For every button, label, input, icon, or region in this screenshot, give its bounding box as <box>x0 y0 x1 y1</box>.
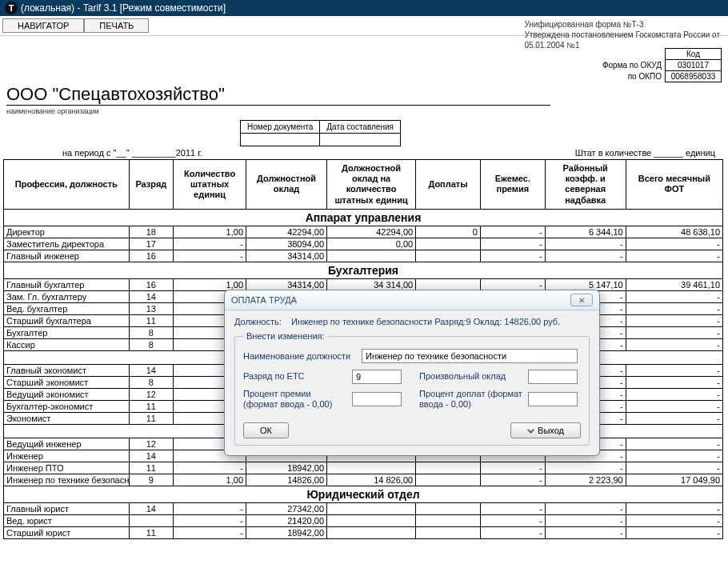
cell-prem: - <box>480 514 545 526</box>
cell-dopl <box>416 502 481 514</box>
razryad-label: Разряд по ЕТС <box>243 371 347 382</box>
cell-prem: - <box>480 526 545 538</box>
exit-button[interactable]: Выход <box>510 422 581 438</box>
cell-koeff: - <box>545 250 626 262</box>
position-label: Должность: <box>234 317 282 326</box>
table-row[interactable]: Инженер ПТО11-18942,00--- <box>4 462 723 474</box>
cell-razr: 8 <box>129 326 174 338</box>
cell-fot: - <box>626 326 722 338</box>
cell-oklad_qty: 42294,00 <box>327 226 416 238</box>
doplaty-percent-input[interactable] <box>528 392 578 406</box>
cell-prem: - <box>480 474 545 486</box>
cell-dopl <box>416 514 481 526</box>
table-row[interactable]: Вед. юрист-21420,00--- <box>4 514 723 526</box>
bonus-percent-input[interactable] <box>352 392 402 406</box>
cell-razr: 14 <box>129 290 174 302</box>
cell-prof: Главный инженер <box>4 250 130 262</box>
table-row[interactable]: Главный инженер16-34314,00--- <box>4 250 723 262</box>
cell-prof: Ведущий экономист <box>4 388 130 400</box>
cell-prem: - <box>480 462 545 474</box>
cell-fot: 39 461,10 <box>626 278 722 290</box>
cell-prem: - <box>480 278 545 290</box>
th-razryad: Разряд <box>129 160 174 210</box>
close-icon[interactable]: ✕ <box>570 294 593 306</box>
cell-oklad: 27342,00 <box>246 502 327 514</box>
cell-oklad_qty <box>327 462 416 474</box>
section-header: Бухгалтерия <box>4 262 723 278</box>
cell-razr: 11 <box>129 462 174 474</box>
table-row[interactable]: Главный юрист14-27342,00--- <box>4 502 723 514</box>
cell-oklad: 42294,00 <box>246 226 327 238</box>
arbitrary-salary-input[interactable] <box>528 370 578 384</box>
ok-button[interactable]: ОК <box>243 422 289 438</box>
dialog-title: ОПЛАТА ТРУДА <box>231 295 297 305</box>
cell-razr: 18 <box>129 226 174 238</box>
cell-razr: 14 <box>129 450 174 462</box>
cell-fot: - <box>626 400 722 412</box>
cell-fot: - <box>626 514 722 526</box>
cell-prem: - <box>480 226 545 238</box>
meta-line2: Утверждена постановлением Госкомстата Ро… <box>524 30 720 40</box>
cell-fot: - <box>626 364 722 376</box>
cell-dopl <box>416 250 481 262</box>
cell-oklad_qty: 34 314,00 <box>327 278 416 290</box>
dialog-titlebar[interactable]: ОПЛАТА ТРУДА ✕ <box>225 290 599 310</box>
table-row[interactable]: Заместитель директора17-38094,000,00--- <box>4 238 723 250</box>
dialog-summary: Должность: Инженер по технике безопаснос… <box>234 317 590 326</box>
cell-fot: - <box>626 302 722 314</box>
cell-razr: 17 <box>129 238 174 250</box>
cell-fot: 48 638,10 <box>626 226 722 238</box>
cell-prof: Экономист <box>4 412 130 424</box>
cell-qty: 1,00 <box>174 226 246 238</box>
cell-prof: Кассир <box>4 338 130 350</box>
cell-oklad: 18942,00 <box>246 462 327 474</box>
cell-fot: - <box>626 438 722 450</box>
razryad-input[interactable] <box>352 370 402 384</box>
cell-prof: Главный юрист <box>4 502 130 514</box>
position-name-input[interactable] <box>362 349 578 363</box>
cell-prof: Заместитель директора <box>4 238 130 250</box>
table-row[interactable]: Главный бухгалтер161,0034314,0034 314,00… <box>4 278 723 290</box>
cell-razr: 14 <box>129 502 174 514</box>
position-name-label: Наименование должности <box>243 351 355 361</box>
cell-prof: Вед. бухгалтер <box>4 302 130 314</box>
table-row[interactable]: Старший юрист11-18942,00--- <box>4 526 723 538</box>
cell-oklad: 38094,00 <box>246 238 327 250</box>
cell-prof: Вед. юрист <box>4 514 130 526</box>
navigator-button[interactable]: НАВИГАТОР <box>2 18 84 33</box>
cell-qty: - <box>174 250 246 262</box>
cell-koeff: 6 344,10 <box>545 226 626 238</box>
cell-razr: 11 <box>129 400 174 412</box>
cell-prof: Старший бухгалтера <box>4 314 130 326</box>
cell-oklad_qty <box>327 502 416 514</box>
cell-prof: Инженер <box>4 450 130 462</box>
cell-fot: - <box>626 238 722 250</box>
org-caption: наименование организации <box>6 107 99 115</box>
cell-oklad_qty <box>327 514 416 526</box>
cell-fot: 17 049,90 <box>626 474 722 486</box>
cell-qty: - <box>174 502 246 514</box>
th-oklad-qty: Должностной оклад на количество штатных … <box>327 160 416 210</box>
print-button[interactable]: ПЕЧАТЬ <box>84 18 149 33</box>
payment-dialog: ОПЛАТА ТРУДА ✕ Должность: Инженер по тех… <box>224 290 600 456</box>
table-row[interactable]: Инженер по технике безопасности91,001482… <box>4 474 723 486</box>
app-icon: T <box>5 2 18 14</box>
cell-fot: - <box>626 376 722 388</box>
doc-date-label: Дата составления <box>320 121 401 134</box>
table-header-row: Профессия, должность Разряд Количество ш… <box>4 160 723 210</box>
doplaty-percent-label: Процент доплат (формат ввода - 0,00) <box>419 389 523 410</box>
cell-prof: Инженер по технике безопасности <box>4 474 130 486</box>
cell-razr: 12 <box>129 388 174 400</box>
cell-razr: 16 <box>129 278 174 290</box>
cell-dopl: 0 <box>416 226 481 238</box>
th-profession: Профессия, должность <box>4 160 130 210</box>
cell-fot: - <box>626 290 722 302</box>
cell-fot: - <box>626 450 722 462</box>
cell-razr <box>129 514 174 526</box>
cell-razr: 9 <box>129 474 174 486</box>
window-titlebar: T (локальная) - Tarif 3.1 [Режим совмест… <box>0 0 728 16</box>
cell-razr: 8 <box>129 376 174 388</box>
cell-oklad: 34314,00 <box>246 278 327 290</box>
cell-fot: - <box>626 338 722 350</box>
table-row[interactable]: Директор181,0042294,0042294,000-6 344,10… <box>4 226 723 238</box>
